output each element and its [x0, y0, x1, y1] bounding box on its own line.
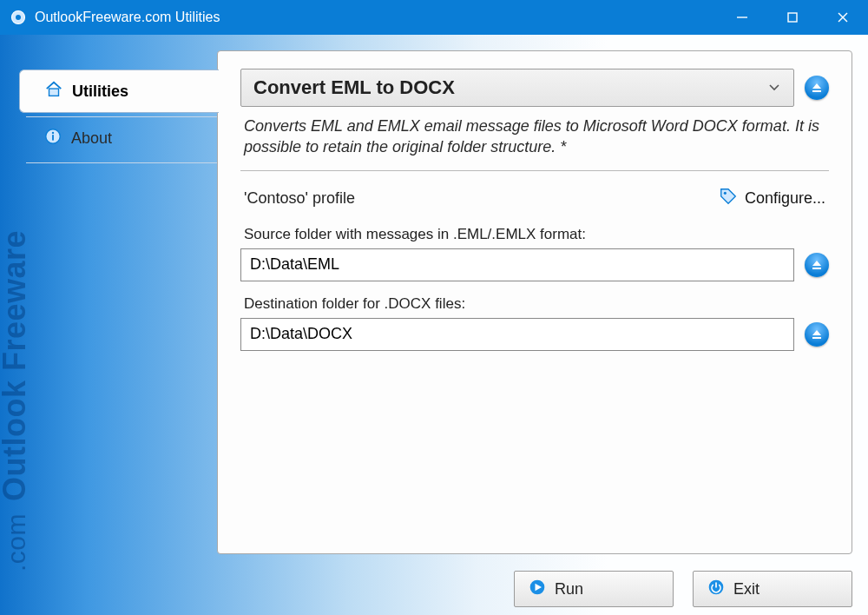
power-icon	[707, 579, 725, 600]
source-label: Source folder with messages in .EML/.EML…	[244, 226, 825, 243]
collapse-header-button[interactable]	[805, 76, 829, 100]
sidebar-item-label: About	[71, 129, 112, 148]
info-icon	[43, 127, 62, 150]
sidebar-item-label: Utilities	[72, 83, 128, 101]
exit-button[interactable]: Exit	[693, 571, 852, 607]
eject-icon	[811, 82, 823, 94]
run-button[interactable]: Run	[514, 571, 674, 607]
divider	[240, 170, 829, 171]
svg-rect-12	[812, 268, 821, 269]
sidebar-item-utilities[interactable]: Utilities	[19, 69, 219, 113]
tag-icon	[719, 187, 738, 210]
minimize-button[interactable]	[717, 0, 767, 35]
app-window: OutlookFreeware.com Utilities Utilities	[0, 0, 868, 615]
run-label: Run	[555, 580, 583, 598]
configure-label: Configure...	[745, 189, 825, 208]
title-bar[interactable]: OutlookFreeware.com Utilities	[0, 0, 868, 35]
browse-source-button[interactable]	[805, 253, 829, 277]
svg-rect-8	[52, 135, 54, 140]
browse-destination-button[interactable]	[805, 322, 829, 347]
play-icon	[529, 579, 546, 600]
maximize-button[interactable]	[767, 0, 818, 35]
brand-watermark: .comOutlook Freeware	[0, 230, 33, 572]
chevron-down-icon	[767, 76, 781, 99]
exit-label: Exit	[733, 580, 760, 598]
svg-rect-3	[788, 13, 797, 22]
destination-folder-input[interactable]	[240, 318, 794, 351]
svg-rect-6	[49, 89, 59, 96]
svg-point-9	[52, 131, 54, 133]
profile-name: 'Contoso' profile	[244, 189, 355, 208]
eject-icon	[811, 259, 823, 271]
sidebar-separator	[26, 162, 217, 163]
window-title: OutlookFreeware.com Utilities	[35, 10, 220, 25]
main-panel: Convert EML to DOCX Converts EML and EML…	[217, 50, 852, 554]
sidebar-item-about[interactable]: About	[19, 117, 217, 159]
sidebar: Utilities About .comOutlook Freeware	[0, 35, 217, 563]
destination-label: Destination folder for .DOCX files:	[244, 295, 825, 313]
footer-bar: Run Exit	[0, 563, 868, 615]
source-folder-input[interactable]	[240, 248, 794, 281]
utility-description: Converts EML and EMLX email message file…	[244, 116, 825, 158]
svg-point-11	[724, 191, 727, 194]
utility-name: Convert EML to DOCX	[253, 76, 455, 99]
home-icon	[44, 80, 63, 103]
configure-link[interactable]: Configure...	[719, 187, 825, 210]
svg-point-1	[16, 15, 21, 20]
utility-selector[interactable]: Convert EML to DOCX	[240, 69, 794, 107]
app-icon	[10, 10, 26, 25]
svg-rect-10	[812, 90, 821, 92]
eject-icon	[811, 328, 823, 341]
svg-rect-13	[812, 337, 821, 339]
close-button[interactable]	[818, 0, 868, 35]
client-area: Utilities About .comOutlook Freeware	[0, 35, 868, 615]
